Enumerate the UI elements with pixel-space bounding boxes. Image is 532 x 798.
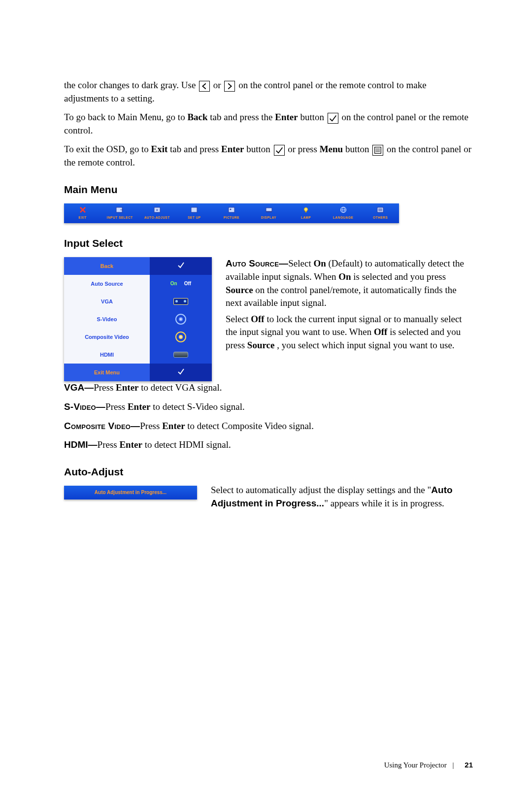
others-icon	[376, 206, 384, 214]
label-back: Back	[187, 112, 207, 122]
input-select-icon	[116, 206, 124, 214]
check-icon	[274, 145, 285, 156]
text: tab and press the	[208, 112, 275, 122]
display-icon	[265, 206, 273, 214]
vga-description: VGA—Press Enter to detect VGA signal.	[64, 381, 473, 395]
label-composite: Composite Video—	[64, 421, 140, 431]
text: button	[343, 144, 371, 154]
panel-label-composite: Composite Video	[64, 328, 150, 346]
label-vga: VGA—	[64, 382, 94, 393]
panel-row-auto-source: Auto Source On Off	[64, 275, 212, 293]
osd-item-set-up: SET UP	[176, 203, 213, 223]
label-exit: Exit	[151, 144, 168, 154]
label-hdmi: HDMI—	[64, 439, 98, 450]
svg-text:+: +	[156, 208, 158, 212]
hdmi-port-icon	[173, 352, 188, 358]
svg-rect-15	[305, 211, 307, 212]
text: tab and press	[167, 144, 221, 154]
svg-rect-10	[229, 207, 234, 212]
text: or	[213, 80, 224, 90]
heading-auto-adjust: Auto-Adjust	[64, 465, 473, 479]
panel-row-exit: Exit Menu	[64, 364, 212, 381]
text: button	[298, 112, 327, 122]
paragraph-exit-osd: To exit the OSD, go to Exit tab and pres…	[64, 143, 473, 169]
label-enter: Enter	[221, 144, 244, 154]
hdmi-description: HDMI—Press Enter to detect HDMI signal.	[64, 438, 473, 452]
text: button	[244, 144, 272, 154]
lamp-icon	[302, 206, 310, 214]
panel-label-back: Back	[64, 257, 150, 275]
osd-item-exit: EXIT	[64, 203, 101, 223]
close-icon	[79, 206, 86, 213]
osd-item-language: LANGUAGE	[325, 203, 362, 223]
osd-item-others: OTHERS	[362, 203, 399, 223]
svg-rect-13	[266, 211, 272, 212]
toggle-on: On	[170, 280, 177, 287]
auto-adjust-description: Select to automatically adjust the displ…	[211, 486, 473, 516]
panel-label-svideo: S-Video	[64, 310, 150, 328]
label-enter: Enter	[275, 112, 298, 122]
osd-item-picture: PICTURE	[213, 203, 250, 223]
input-select-panel: Back Auto Source On Off VGA S-Video Comp…	[64, 257, 212, 381]
toggle-off: Off	[184, 280, 191, 287]
vga-port-icon	[173, 298, 188, 305]
footer-separator: |	[453, 761, 454, 769]
composite-description: Composite Video—Press Enter to detect Co…	[64, 420, 473, 433]
composite-port-icon	[175, 332, 186, 342]
label-auto-source: Auto Source—	[226, 258, 288, 268]
panel-row-hdmi: HDMI	[64, 346, 212, 364]
auto-adjust-progress-bar: Auto Adjustment in Progress...	[64, 486, 197, 499]
globe-icon	[339, 206, 347, 214]
auto-source-description: Auto Source—Select On (Default) to autom…	[226, 257, 473, 358]
heading-input-select: Input Select	[64, 236, 473, 250]
picture-icon	[228, 206, 235, 214]
panel-row-svideo: S-Video	[64, 310, 212, 328]
set-up-icon	[190, 206, 198, 214]
text: the color changes to dark gray. Use	[64, 80, 198, 90]
check-icon	[328, 113, 338, 124]
heading-main-menu: Main Menu	[64, 182, 473, 197]
panel-label-auto-source: Auto Source	[64, 275, 150, 293]
check-icon	[177, 261, 185, 271]
panel-row-composite: Composite Video	[64, 328, 212, 346]
page-number: 21	[465, 761, 473, 769]
paragraph-back: To go back to Main Menu, go to Back tab …	[64, 111, 473, 137]
panel-row-vga: VGA	[64, 293, 212, 310]
label-menu: Menu	[320, 144, 343, 154]
svg-rect-9	[191, 207, 197, 212]
text: To go back to Main Menu, go to	[64, 112, 187, 122]
paragraph-adjust: the color changes to dark gray. Use or o…	[64, 79, 473, 105]
svg-point-14	[304, 207, 308, 211]
osd-item-display: DISPLAY	[250, 203, 288, 223]
svg-rect-12	[266, 208, 272, 211]
page-footer: Using Your Projector | 21	[384, 760, 473, 770]
menu-list-icon	[372, 145, 383, 156]
osd-item-auto-adjust: + AUTO-ADJUST	[138, 203, 176, 223]
footer-section: Using Your Projector	[384, 761, 447, 769]
osd-main-menu-bar: EXIT INPUT SELECT + AUTO-ADJUST SET UP P…	[64, 203, 399, 223]
osd-item-lamp: LAMP	[287, 203, 325, 223]
panel-label-exit: Exit Menu	[64, 364, 150, 381]
left-arrow-icon	[199, 81, 210, 92]
auto-adjust-icon: +	[153, 206, 161, 214]
panel-label-vga: VGA	[64, 293, 150, 310]
text: To exit the OSD, go to	[64, 144, 151, 154]
svideo-port-icon	[175, 314, 186, 325]
svg-point-11	[230, 208, 232, 210]
right-arrow-icon	[224, 81, 235, 92]
panel-label-hdmi: HDMI	[64, 346, 150, 364]
panel-row-back: Back	[64, 257, 212, 275]
svideo-description: S-Video—Press Enter to detect S-Video si…	[64, 400, 473, 414]
text: or press	[288, 144, 319, 154]
osd-item-input-select: INPUT SELECT	[101, 203, 139, 223]
check-icon	[177, 367, 185, 377]
label-svideo: S-Video—	[64, 401, 105, 412]
